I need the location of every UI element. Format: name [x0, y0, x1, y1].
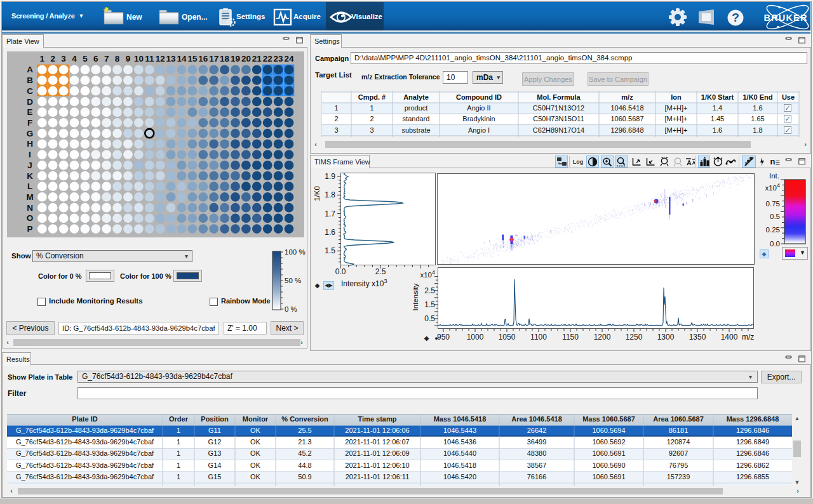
svg-text:N: N: [27, 203, 33, 213]
svg-text:K: K: [27, 171, 33, 181]
svg-text:1200: 1200: [594, 333, 611, 342]
svg-text:1400: 1400: [721, 333, 738, 342]
svg-text:16: 16: [198, 54, 208, 63]
svg-text:19: 19: [231, 54, 240, 63]
svg-text:15: 15: [187, 54, 198, 63]
svg-text:0.5: 0.5: [424, 314, 435, 323]
svg-text:1.7: 1.7: [325, 209, 335, 218]
svg-text:3: 3: [61, 54, 66, 63]
svg-text:x104: x104: [420, 269, 435, 279]
svg-text:?: ?: [732, 11, 739, 24]
svg-text:1150: 1150: [562, 333, 579, 342]
svg-text:BRUKER: BRUKER: [763, 13, 807, 23]
svg-text:20: 20: [241, 54, 251, 63]
svg-text:0.75: 0.75: [766, 200, 780, 208]
svg-text:M: M: [26, 192, 33, 202]
svg-text:Intensity x103: Intensity x103: [341, 278, 387, 288]
svg-text:5: 5: [83, 54, 88, 63]
svg-text:2: 2: [50, 54, 55, 63]
svg-text:18: 18: [220, 54, 230, 63]
svg-text:Int.: Int.: [769, 172, 779, 180]
svg-text:0.0: 0.0: [770, 240, 780, 248]
svg-text:m/z: m/z: [742, 333, 754, 342]
svg-text:10: 10: [134, 54, 144, 63]
svg-text:1300: 1300: [657, 333, 675, 342]
svg-text:x104: x104: [765, 182, 780, 192]
svg-text:21: 21: [252, 54, 262, 63]
svg-text:B: B: [27, 76, 33, 85]
svg-text:F: F: [27, 118, 32, 128]
svg-text:L: L: [27, 182, 32, 191]
svg-text:2.5: 2.5: [375, 267, 386, 276]
svg-text:100 %: 100 %: [285, 249, 306, 256]
svg-text:H: H: [27, 139, 33, 149]
svg-text:1100: 1100: [530, 333, 547, 342]
svg-text:4: 4: [72, 54, 77, 63]
svg-text:1.5: 1.5: [325, 246, 335, 255]
svg-text:23: 23: [274, 54, 284, 63]
svg-text:0.5: 0.5: [770, 213, 780, 220]
svg-text:A: A: [27, 65, 33, 74]
svg-text:1000: 1000: [467, 333, 484, 342]
svg-text:2.5: 2.5: [424, 286, 435, 295]
svg-text:1.6: 1.6: [325, 228, 335, 237]
svg-text:1/K0: 1/K0: [313, 186, 321, 201]
svg-text:E: E: [27, 107, 32, 117]
svg-text:Intensity: Intensity: [412, 283, 419, 310]
svg-text:1050: 1050: [499, 333, 516, 342]
svg-text:1.9: 1.9: [325, 172, 335, 181]
svg-text:C: C: [27, 86, 33, 96]
svg-text:0.25: 0.25: [766, 226, 780, 234]
svg-text:0 %: 0 %: [285, 305, 297, 313]
svg-text:11: 11: [145, 54, 154, 63]
svg-text:D: D: [27, 97, 33, 107]
svg-text:13: 13: [166, 54, 177, 63]
svg-text:8: 8: [115, 54, 120, 63]
svg-text:0.0: 0.0: [335, 267, 346, 276]
svg-text:I: I: [29, 150, 31, 159]
svg-text:14: 14: [177, 54, 187, 63]
svg-text:22: 22: [263, 54, 272, 63]
svg-text:1250: 1250: [626, 333, 643, 342]
svg-text:17: 17: [209, 54, 218, 63]
svg-text:6: 6: [93, 54, 98, 63]
svg-text:7: 7: [104, 54, 109, 63]
svg-text:24: 24: [284, 54, 294, 63]
svg-text:1.8: 1.8: [325, 190, 335, 199]
svg-text:P: P: [27, 224, 32, 234]
svg-text:1.5: 1.5: [424, 300, 435, 309]
svg-text:O: O: [27, 213, 34, 223]
svg-text:G: G: [27, 129, 34, 138]
svg-text:50 %: 50 %: [285, 277, 301, 284]
svg-text:12: 12: [156, 54, 165, 63]
svg-text:9: 9: [126, 54, 131, 63]
svg-text:J: J: [27, 161, 32, 170]
svg-text:1350: 1350: [689, 333, 706, 342]
svg-text:1: 1: [40, 54, 45, 63]
